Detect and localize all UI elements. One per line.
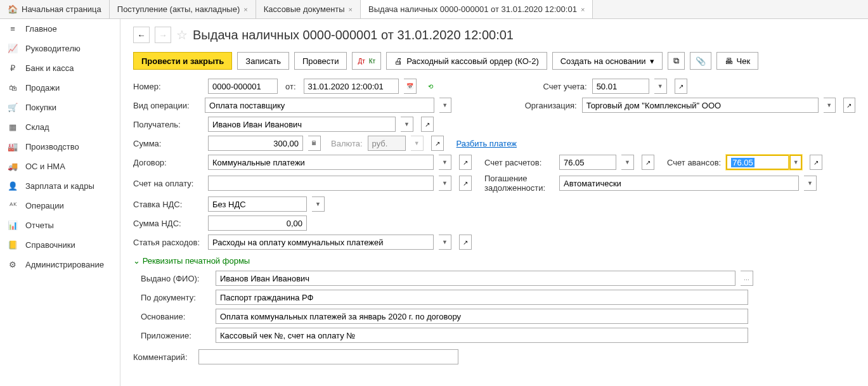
calendar-button[interactable]: 📅 <box>404 79 417 94</box>
dropdown-button[interactable]: ▼ <box>312 196 325 212</box>
open-button[interactable]: ↗ <box>810 155 822 170</box>
post-button[interactable]: Провести <box>294 52 347 70</box>
recipient-input[interactable] <box>208 117 396 132</box>
favorite-icon[interactable]: ☆ <box>176 27 188 42</box>
open-button[interactable]: ↗ <box>459 155 472 170</box>
receipt-button[interactable]: 🖶Чек <box>716 52 759 70</box>
sidebar-item-admin[interactable]: ⚙Администрирование <box>0 255 120 274</box>
tab-home[interactable]: 🏠 Начальная страница <box>0 0 110 18</box>
comment-input[interactable] <box>198 349 458 364</box>
attach-input[interactable] <box>216 328 748 343</box>
gear-icon: ⚙ <box>8 260 18 269</box>
ellipsis-button[interactable]: … <box>741 271 753 286</box>
vatrate-input[interactable] <box>208 196 307 212</box>
issued-input[interactable] <box>216 271 735 286</box>
open-button[interactable]: ↗ <box>431 136 444 151</box>
dropdown-button[interactable]: ▼ <box>824 98 836 113</box>
sum-input[interactable] <box>208 136 303 151</box>
sidebar-item-label: Главное <box>25 24 57 34</box>
date-input[interactable] <box>304 79 399 94</box>
from-label: от: <box>285 82 296 91</box>
account-input[interactable] <box>592 79 649 94</box>
print-button[interactable]: 🖨Расходный кассовый ордер (КО-2) <box>386 52 547 70</box>
refresh-button[interactable]: ⟲ <box>424 79 437 94</box>
sidebar-item-hr[interactable]: 👤Зарплата и кадры <box>0 176 120 196</box>
open-button[interactable]: ↗ <box>843 98 855 113</box>
settle-input[interactable] <box>559 155 616 170</box>
post-and-close-button[interactable]: Провести и закрыть <box>133 52 232 70</box>
basis-input[interactable] <box>216 309 748 324</box>
clip-icon: 📎 <box>696 56 706 66</box>
sidebar-item-purchases[interactable]: 🛒Покупки <box>0 98 120 117</box>
sidebar-item-reports[interactable]: 📊Отчеты <box>0 216 120 235</box>
bag-icon: 🛍 <box>8 83 18 93</box>
attach-button[interactable]: 📎 <box>690 52 711 70</box>
open-button[interactable]: ↗ <box>459 176 472 191</box>
sidebar-item-main[interactable]: ≡Главное <box>0 19 120 39</box>
basis-label: Основание: <box>141 312 211 321</box>
cart-icon: 🛒 <box>8 103 18 112</box>
save-button[interactable]: Записать <box>237 52 289 70</box>
dropdown-button[interactable]: ▼ <box>789 155 802 170</box>
home-icon: 🏠 <box>8 4 18 14</box>
split-payment-link[interactable]: Разбить платеж <box>457 139 517 148</box>
dropdown-button[interactable]: ▼ <box>654 79 667 94</box>
create-based-button[interactable]: Создать на основании▾ <box>552 52 663 70</box>
dropdown-button[interactable]: ▼ <box>411 136 424 151</box>
forward-button[interactable]: → <box>155 27 171 43</box>
sidebar-item-production[interactable]: 🏭Производство <box>0 137 120 157</box>
close-icon[interactable]: × <box>581 6 585 13</box>
org-input[interactable] <box>582 98 819 113</box>
sidebar-item-manager[interactable]: 📈Руководителю <box>0 39 120 58</box>
print-details-section[interactable]: Реквизиты печатной формы <box>133 256 855 266</box>
structure-button[interactable]: ⧉ <box>668 52 685 70</box>
recipient-label: Получатель: <box>133 120 203 129</box>
main-content: ← → ☆ Выдача наличных 0000-000001 от 31.… <box>120 19 868 386</box>
close-icon[interactable]: × <box>349 6 353 13</box>
book-icon: 📒 <box>8 240 18 250</box>
tab-label: Кассовые документы <box>264 4 345 14</box>
number-input[interactable] <box>208 79 278 94</box>
expense-label: Статья расходов: <box>133 238 203 247</box>
dropdown-button[interactable]: ▼ <box>621 155 634 170</box>
tab-receipts[interactable]: Поступление (акты, накладные) × <box>110 0 256 18</box>
back-button[interactable]: ← <box>133 27 150 43</box>
sidebar-item-catalogs[interactable]: 📒Справочники <box>0 235 120 255</box>
dropdown-button[interactable]: ▼ <box>439 176 451 191</box>
menu-icon: ≡ <box>8 24 18 34</box>
sidebar-item-sales[interactable]: 🛍Продажи <box>0 78 120 98</box>
optype-input[interactable] <box>205 98 434 113</box>
dtkt-button[interactable]: ДтКт <box>352 52 381 70</box>
vatsum-input[interactable] <box>208 216 307 231</box>
dropdown-button[interactable]: ▼ <box>439 98 451 113</box>
dtkt-icon: Дт <box>358 58 365 65</box>
tab-label: Поступление (акты, накладные) <box>117 4 240 14</box>
invoice-input[interactable] <box>208 176 434 191</box>
calc-button[interactable]: 🖩 <box>308 136 321 151</box>
sidebar-item-assets[interactable]: 🚚ОС и НМА <box>0 157 120 176</box>
open-button[interactable]: ↗ <box>642 155 654 170</box>
contract-label: Договор: <box>133 158 203 167</box>
bydoc-input[interactable] <box>216 290 748 305</box>
tab-cash-docs[interactable]: Кассовые документы × <box>256 0 361 18</box>
sidebar-item-operations[interactable]: ᴬᴷОперации <box>0 196 120 216</box>
tab-label: Начальная страница <box>22 4 101 14</box>
expense-input[interactable] <box>208 235 434 250</box>
dropdown-button[interactable]: ▼ <box>439 235 451 250</box>
close-icon[interactable]: × <box>243 6 247 13</box>
advance-input[interactable]: 76.05 <box>726 155 789 170</box>
tab-cash-out[interactable]: Выдача наличных 0000-000001 от 31.01.202… <box>361 0 593 18</box>
debt-input[interactable] <box>559 176 799 191</box>
account-label: Счет учета: <box>543 82 587 91</box>
grid-icon: ▦ <box>8 122 18 132</box>
open-button[interactable]: ↗ <box>675 79 687 94</box>
open-button[interactable]: ↗ <box>421 117 434 132</box>
dropdown-button[interactable]: ▼ <box>439 155 451 170</box>
dropdown-button[interactable]: ▼ <box>401 117 413 132</box>
contract-input[interactable] <box>208 155 434 170</box>
dropdown-button[interactable]: ▼ <box>804 176 817 191</box>
sidebar-item-bank[interactable]: ₽Банк и касса <box>0 58 120 78</box>
sidebar-item-warehouse[interactable]: ▦Склад <box>0 117 120 137</box>
open-button[interactable]: ↗ <box>459 235 472 250</box>
tab-label: Выдача наличных 0000-000001 от 31.01.202… <box>368 4 577 14</box>
